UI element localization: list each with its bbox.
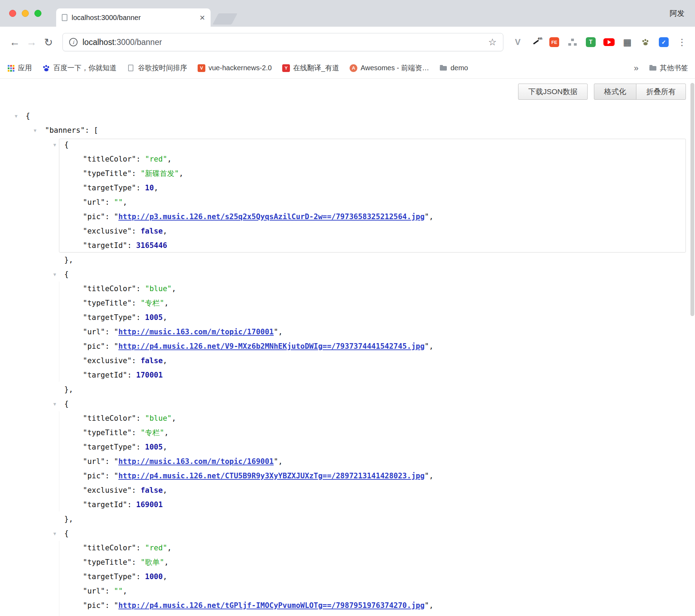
colon (105, 198, 114, 207)
json-key: url (83, 587, 105, 595)
download-json-button[interactable]: 下载JSON数据 (518, 84, 588, 100)
quoted-link: http://music.163.com/m/topic/169001 (114, 457, 278, 466)
bookmark-star-icon[interactable]: ☆ (488, 37, 497, 48)
blue-shield-check-icon[interactable]: ✓ (657, 35, 670, 49)
quoted-link: http://p4.music.126.net/tGPljf-IMOCyPvum… (114, 601, 429, 610)
address-bar[interactable]: i localhost:3000/banner ☆ (62, 33, 503, 51)
bookmark-label: 谷歌按时间排序 (138, 63, 187, 73)
colon (127, 500, 136, 509)
menu-icon[interactable]: ⋮ (675, 35, 689, 49)
bookmark-item-awesomes[interactable]: A Awesomes - 前端资… (350, 63, 429, 73)
comma (163, 313, 167, 322)
json-key: url (83, 328, 105, 336)
comma (163, 572, 167, 581)
json-key: pic (83, 601, 105, 610)
bookmark-item-google-sort[interactable]: 谷歌按时间排序 (127, 63, 187, 73)
json-string-value: blue (145, 284, 172, 293)
page-scrollbar[interactable] (690, 83, 694, 613)
bookmark-item-youdao[interactable]: Y 在线翻译_有道 (282, 63, 339, 73)
comma (163, 443, 167, 451)
json-link[interactable]: http://p3.music.126.net/s25q2x5QyqsAzilC… (118, 212, 424, 221)
bookmark-item-baidu[interactable]: 百度一下，你就知道 (42, 63, 117, 73)
comma (172, 284, 176, 293)
json-line: targetId169001 (0, 498, 695, 512)
minimize-window-button[interactable] (22, 10, 29, 17)
json-number-value: 1005 (145, 443, 163, 451)
json-line: pichttp://p4.music.126.net/CTU5B9R9y3XyY… (0, 469, 695, 483)
json-line: urlhttp://music.163.com/m/topic/170001 (0, 325, 695, 339)
json-number-value: 170001 (136, 371, 163, 379)
json-line: typeTitle新碟首发 (0, 166, 695, 181)
folder-icon (649, 64, 657, 72)
back-button[interactable]: ← (6, 34, 23, 51)
collapse-caret-icon[interactable]: ▼ (53, 267, 56, 282)
qr-glyph: ▦ (623, 38, 632, 47)
bookmark-item-demo[interactable]: demo (439, 64, 468, 72)
bookmark-label: Awesomes - 前端资… (360, 63, 429, 73)
bookmark-label: 应用 (18, 63, 32, 73)
active-tab[interactable]: localhost:3000/banner × (56, 8, 211, 27)
new-tab-button[interactable] (212, 13, 237, 25)
json-string-value: 歌单 (140, 558, 164, 566)
bookmarks-overflow-icon[interactable]: » (634, 63, 638, 73)
comma (163, 227, 167, 235)
json-line: }, (0, 253, 695, 267)
json-link[interactable]: http://p4.music.126.net/V9-MXz6b2MNhEKju… (118, 342, 424, 350)
awesomes-icon: A (350, 64, 357, 72)
json-key: titleColor (83, 414, 136, 422)
bookmark-item-apps[interactable]: 应用 (7, 63, 32, 73)
close-window-button[interactable] (9, 10, 16, 17)
bookmarks-bar: 应用 百度一下，你就知道 谷歌按时间排序 V vue-hackernews-2.… (0, 58, 695, 79)
json-link[interactable]: http://music.163.com/m/topic/170001 (118, 328, 274, 336)
bookmark-item-vue-hackernews[interactable]: V vue-hackernews-2.0 (198, 64, 272, 72)
collapse-all-button[interactable]: 折叠所有 (636, 84, 686, 100)
paw-icon[interactable] (639, 35, 652, 49)
colon (105, 328, 114, 336)
reload-button[interactable]: ↻ (40, 34, 57, 51)
json-key: exclusive (83, 356, 132, 365)
format-button[interactable]: 格式化 (594, 84, 636, 100)
json-link[interactable]: http://p4.music.126.net/tGPljf-IMOCyPvum… (118, 601, 424, 610)
json-line: }, (0, 382, 695, 397)
quoted-link: http://p4.music.126.net/V9-MXz6b2MNhEKju… (114, 342, 429, 350)
vue-devtools-icon[interactable]: V (511, 35, 524, 49)
youdao-icon: Y (282, 64, 290, 72)
open-brace: { (26, 112, 30, 120)
youtube-icon[interactable] (602, 35, 616, 49)
collapse-caret-icon[interactable]: ▼ (15, 109, 18, 123)
bookmark-item-other-bookmarks[interactable]: 其他书签 (649, 63, 688, 73)
profile-name[interactable]: 阿发 (670, 8, 684, 18)
scrollbar-thumb[interactable] (690, 83, 694, 316)
collapse-caret-icon[interactable]: ▼ (53, 526, 56, 541)
json-line: titleColorblue (0, 411, 695, 426)
zoom-window-button[interactable] (34, 10, 41, 17)
json-link[interactable]: http://music.163.com/m/topic/169001 (118, 457, 274, 466)
colon (132, 558, 140, 566)
json-line: urlhttp://music.163.com/m/topic/169001 (0, 454, 695, 469)
fe-extension-icon[interactable]: FE (548, 35, 561, 49)
close-tab-icon[interactable]: × (200, 13, 205, 22)
url-host: localhost (82, 38, 114, 47)
translate-stroke (533, 40, 539, 45)
json-key: targetType (83, 572, 136, 581)
json-link[interactable]: http://p4.music.126.net/CTU5B9R9y3XyYBZX… (118, 472, 424, 480)
json-string-value: blue (145, 414, 172, 422)
traffic-lights (9, 10, 41, 17)
json-string-value (114, 198, 123, 207)
json-key: targetId (83, 241, 127, 250)
collapse-caret-icon[interactable]: ▼ (34, 123, 37, 138)
page-info-icon[interactable]: i (69, 38, 78, 46)
qr-code-icon[interactable]: ▦ (621, 35, 634, 49)
json-number-value: 169001 (136, 500, 163, 509)
org-chart-icon[interactable] (566, 35, 579, 49)
tab-strip: localhost:3000/banner × 阿发 (0, 0, 695, 27)
collapse-caret-icon[interactable]: ▼ (53, 397, 56, 411)
green-shield-icon[interactable]: T (584, 35, 597, 49)
json-number-value: 1005 (145, 313, 163, 322)
collapse-caret-icon[interactable]: ▼ (53, 138, 56, 152)
comma (179, 169, 184, 178)
translate-icon[interactable]: en (529, 35, 543, 49)
colon (136, 184, 145, 192)
forward-button[interactable]: → (23, 34, 40, 51)
json-string-value: red (145, 544, 167, 552)
